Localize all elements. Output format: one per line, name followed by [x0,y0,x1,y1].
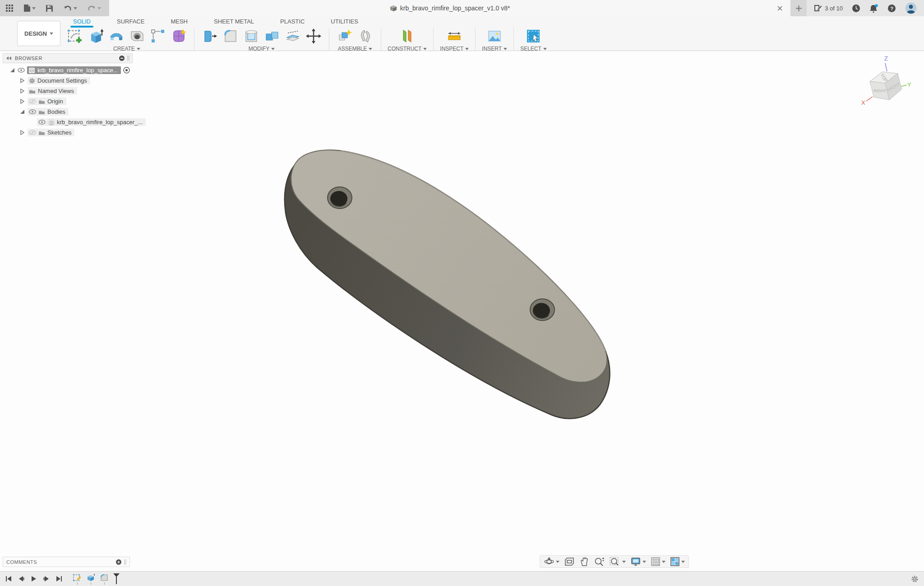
timeline-playback [5,576,62,582]
panel-drag-handle[interactable] [127,55,129,61]
look-at-button[interactable] [564,557,575,567]
inspect-menu[interactable]: INSPECT [440,46,469,52]
new-tab-button[interactable] [790,0,807,16]
zoom-button[interactable] [594,557,605,567]
add-comment-icon[interactable] [116,559,122,565]
viewports-button[interactable] [670,557,685,567]
comments-panel[interactable]: COMMENTS [3,557,130,567]
browser-row-named-views[interactable]: Named Views [3,86,133,96]
measure-icon[interactable] [445,27,463,45]
viewcube-y-axis-label: Y [907,81,911,88]
panel-display-icon[interactable] [119,55,125,61]
browser-row-document-settings[interactable]: Document Settings [3,75,133,86]
part-3d-view [0,51,924,572]
browser-row-root[interactable]: krb_bravo_rimfire_lop_space... [3,65,133,75]
grid-snap-button[interactable] [651,557,665,567]
notifications-bell-icon[interactable] [869,4,878,13]
expanded-twist-icon[interactable] [9,68,15,73]
redo-icon[interactable] [87,5,101,12]
visibility-eye-off-icon[interactable] [29,99,36,104]
comments-drag-handle[interactable] [124,559,126,565]
model-viewport[interactable] [0,51,924,572]
fit-button[interactable] [609,557,626,567]
tab-mesh[interactable]: MESH [169,17,189,26]
fillet-icon[interactable] [222,27,240,45]
app-grid-icon[interactable] [5,4,14,12]
tab-sheet-metal[interactable]: SHEET METAL [212,17,256,26]
close-tab-icon[interactable] [775,4,784,13]
tab-utilities[interactable]: UTILITIES [329,17,360,26]
go-to-end-button[interactable] [56,576,62,582]
construct-menu[interactable]: CONSTRUCT [388,46,427,52]
browser-row-body-1[interactable]: krb_bravo_rimfire_lop_spacer_... [3,117,133,127]
tab-plastic[interactable]: PLASTIC [278,17,306,26]
go-to-start-button[interactable] [5,576,12,582]
step-forward-button[interactable] [43,576,50,582]
collapse-panel-icon[interactable] [6,56,12,60]
document-tab[interactable]: krb_bravo_rimfire_lop_spacer_v1.0 v8* [109,0,790,16]
select-menu[interactable]: SELECT [520,46,547,52]
hole-icon[interactable] [128,27,146,45]
timeline-fillet-feature[interactable] [99,573,109,585]
visibility-eye-icon[interactable] [18,68,25,73]
construct-plane-icon[interactable] [398,27,416,45]
activate-component-radio[interactable] [123,67,130,74]
create-menu[interactable]: CREATE [113,46,140,52]
shell-icon[interactable] [242,27,260,45]
file-menu-icon[interactable] [23,4,36,12]
browser-row-sketches[interactable]: Sketches [3,127,133,138]
create-form-icon[interactable] [170,27,188,45]
visibility-eye-icon[interactable] [29,109,36,114]
tab-surface[interactable]: SURFACE [115,17,146,26]
viewcube[interactable]: Z Y X TOP RIGHT FRONT [859,53,911,118]
undo-icon[interactable] [63,5,77,12]
orbit-button[interactable] [544,557,559,567]
document-title-wrap: krb_bravo_rimfire_lop_spacer_v1.0 v8* [390,5,510,12]
combine-icon[interactable] [263,27,281,45]
create-sketch-icon[interactable] [66,27,84,45]
timeline-marker[interactable] [113,573,120,585]
play-button[interactable] [31,576,37,582]
modify-menu[interactable]: MODIFY [249,46,275,52]
visibility-eye-off-icon[interactable] [29,130,36,135]
assemble-menu[interactable]: ASSEMBLE [338,46,373,52]
display-settings-button[interactable] [630,557,646,567]
tab-solid[interactable]: SOLID [71,17,92,26]
browser-header[interactable]: BROWSER [3,53,133,63]
view-navigation-toolbar [540,555,689,568]
save-icon[interactable] [46,5,53,12]
timeline-settings-gear-icon[interactable] [911,575,919,583]
browser-row-origin[interactable]: Origin [3,96,133,107]
user-avatar[interactable] [905,2,917,14]
new-component-icon[interactable] [336,27,354,45]
job-status-icon [814,5,822,12]
expanded-twist-icon[interactable] [19,109,25,114]
help-icon[interactable]: ? [887,4,896,13]
pan-button[interactable] [579,557,589,567]
collapsed-twist-icon[interactable] [19,88,25,93]
insert-menu[interactable]: INSERT [482,46,507,52]
collapsed-twist-icon[interactable] [19,130,25,135]
timeline-sketch-feature[interactable] [72,573,82,585]
insert-image-icon[interactable] [485,27,504,45]
move-copy-icon[interactable] [305,27,323,45]
collapsed-twist-icon[interactable] [19,99,25,104]
collapsed-twist-icon[interactable] [19,78,25,83]
visibility-eye-icon[interactable] [38,120,46,125]
timeline-extrude-feature[interactable] [86,573,96,585]
browser-row-bodies[interactable]: Bodies [3,107,133,117]
part-hole-rear [530,299,554,321]
joint-icon[interactable] [356,27,374,45]
extrude-icon[interactable] [87,27,105,45]
split-body-icon[interactable] [284,27,302,45]
group-modify: MODIFY [196,27,327,51]
press-pull-icon[interactable] [201,27,219,45]
step-back-button[interactable] [18,576,24,582]
pattern-icon[interactable] [149,27,167,45]
job-status[interactable]: 3 of 10 [814,5,843,12]
group-inspect: INSPECT [435,27,473,51]
workspace-switcher-button[interactable]: DESIGN [17,21,60,46]
history-clock-icon[interactable] [852,4,860,13]
revolve-icon[interactable] [107,27,125,45]
select-icon[interactable] [524,27,542,45]
